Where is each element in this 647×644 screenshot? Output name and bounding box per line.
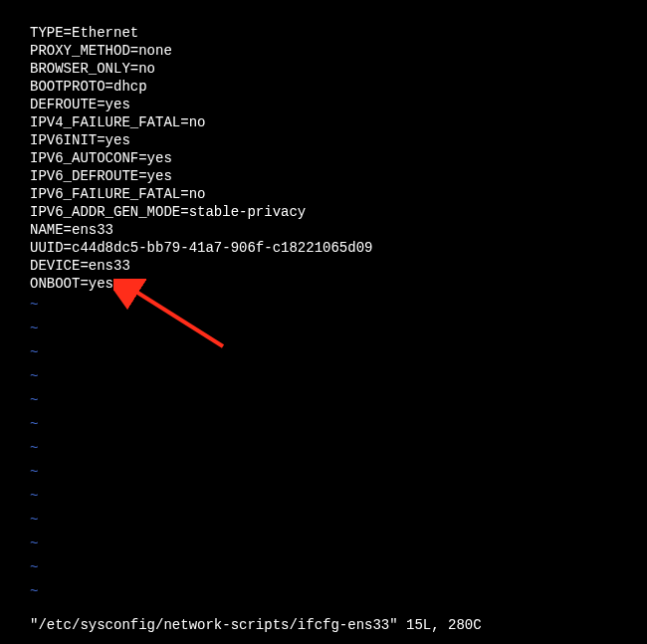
config-line: DEVICE=ens33	[30, 257, 617, 275]
config-line: NAME=ens33	[30, 221, 617, 239]
config-line: IPV6_ADDR_GEN_MODE=stable-privacy	[30, 203, 617, 221]
config-line: TYPE=Ethernet	[30, 24, 617, 42]
config-line: IPV6_FAILURE_FATAL=no	[30, 185, 617, 203]
config-line: ONBOOT=yes	[30, 275, 617, 293]
empty-line-tilde: ~	[30, 364, 617, 388]
empty-line-tilde: ~	[30, 579, 617, 603]
empty-line-tilde: ~	[30, 317, 617, 340]
empty-line-tilde: ~	[30, 293, 617, 317]
config-line: IPV6_AUTOCONF=yes	[30, 149, 617, 167]
config-line: BOOTPROTO=dhcp	[30, 78, 617, 96]
config-line: IPV6_DEFROUTE=yes	[30, 167, 617, 185]
config-line: IPV6INIT=yes	[30, 131, 617, 149]
empty-line-tilde: ~	[30, 388, 617, 412]
vi-status-line: "/etc/sysconfig/network-scripts/ifcfg-en…	[30, 616, 482, 634]
empty-line-tilde: ~	[30, 436, 617, 460]
empty-line-tilde: ~	[30, 460, 617, 484]
config-line: DEFROUTE=yes	[30, 96, 617, 113]
empty-lines: ~~~~~~~~~~~~~	[30, 293, 617, 603]
config-content: TYPE=EthernetPROXY_METHOD=noneBROWSER_ON…	[30, 24, 617, 293]
config-line: UUID=c44d8dc5-bb79-41a7-906f-c18221065d0…	[30, 239, 617, 257]
empty-line-tilde: ~	[30, 508, 617, 532]
empty-line-tilde: ~	[30, 484, 617, 508]
empty-line-tilde: ~	[30, 412, 617, 436]
config-line: BROWSER_ONLY=no	[30, 60, 617, 78]
terminal-window[interactable]: TYPE=EthernetPROXY_METHOD=noneBROWSER_ON…	[0, 0, 647, 644]
empty-line-tilde: ~	[30, 532, 617, 555]
config-line: IPV4_FAILURE_FATAL=no	[30, 113, 617, 131]
config-line: PROXY_METHOD=none	[30, 42, 617, 60]
empty-line-tilde: ~	[30, 340, 617, 364]
empty-line-tilde: ~	[30, 555, 617, 579]
